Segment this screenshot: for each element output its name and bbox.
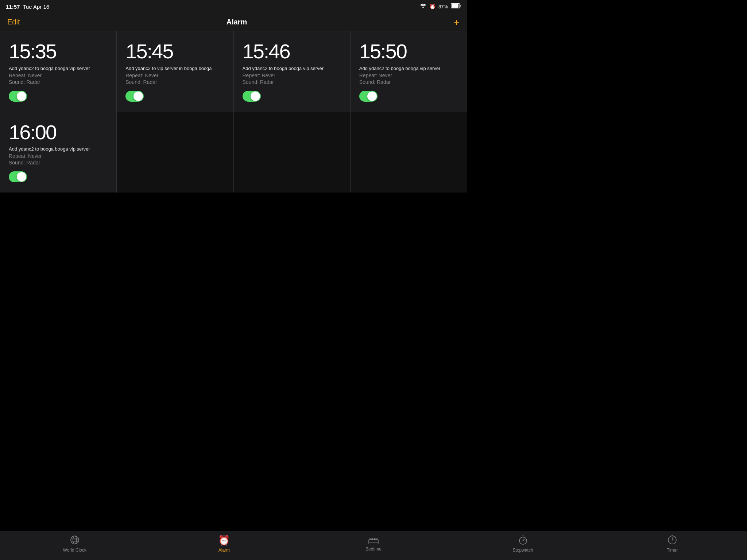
alarm-time-2: 15:45	[125, 40, 226, 63]
alarm-label-1: Add ydanc2 to booga booga vip server	[9, 66, 109, 71]
svg-rect-1	[452, 4, 458, 8]
alarm-label-3: Add ydanc2 to booga booga vip server	[243, 66, 343, 71]
alarm-label-4: Add ydanc2 to booga booga vip server	[359, 66, 460, 71]
alarm-cell-1[interactable]: 15:35 Add ydanc2 to booga booga vip serv…	[0, 31, 116, 112]
alarm-time-5: 16:00	[9, 121, 109, 144]
status-right: ⏰ 87%	[420, 3, 461, 10]
alarm-cell-5[interactable]: 16:00 Add ydanc2 to booga booga vip serv…	[0, 112, 116, 193]
alarm-label-2: Add ydanc2 to vip server in booga booga	[125, 66, 226, 71]
alarm-cell-4[interactable]: 15:50 Add ydanc2 to booga booga vip serv…	[351, 31, 467, 112]
empty-cell-2	[234, 112, 350, 193]
alarm-repeat-5: Repeat: Never	[9, 153, 109, 159]
alarm-row-1: 15:35 Add ydanc2 to booga booga vip serv…	[0, 31, 467, 112]
page-title: Alarm	[227, 18, 247, 26]
status-bar: 11:57 Tue Apr 16 ⏰ 87%	[0, 0, 467, 13]
alarm-sound-1: Sound: Radar	[9, 79, 109, 85]
wifi-icon	[420, 3, 426, 10]
alarm-repeat-3: Repeat: Never	[243, 73, 343, 78]
battery-icon	[451, 3, 461, 10]
battery-percent: 87%	[438, 4, 448, 9]
alarm-toggle-5[interactable]	[9, 171, 27, 182]
alarm-label-5: Add ydanc2 to booga booga vip server	[9, 146, 109, 152]
alarm-time-1: 15:35	[9, 40, 109, 63]
status-date: Tue Apr 16	[23, 4, 49, 10]
content-area: 15:35 Add ydanc2 to booga booga vip serv…	[0, 31, 467, 321]
alarm-repeat-4: Repeat: Never	[359, 73, 460, 78]
status-time: 11:57	[6, 4, 20, 10]
alarm-time-4: 15:50	[359, 40, 460, 63]
alarm-cell-2[interactable]: 15:45 Add ydanc2 to vip server in booga …	[117, 31, 233, 112]
alarm-repeat-2: Repeat: Never	[125, 73, 226, 78]
add-alarm-button[interactable]: +	[454, 17, 460, 27]
nav-bar: Edit Alarm +	[0, 13, 467, 31]
alarm-sound-5: Sound: Radar	[9, 160, 109, 166]
alarm-toggle-1[interactable]	[9, 91, 27, 102]
alarm-toggle-2[interactable]	[125, 91, 144, 102]
alarm-sound-3: Sound: Radar	[243, 79, 343, 85]
alarm-cell-3[interactable]: 15:46 Add ydanc2 to booga booga vip serv…	[234, 31, 350, 112]
alarm-status-icon: ⏰	[429, 4, 436, 9]
alarm-repeat-1: Repeat: Never	[9, 73, 109, 78]
alarm-time-3: 15:46	[243, 40, 343, 63]
alarm-toggle-4[interactable]	[359, 91, 378, 102]
edit-button[interactable]: Edit	[7, 18, 20, 26]
empty-cell-3	[351, 112, 467, 193]
alarm-row-2: 16:00 Add ydanc2 to booga booga vip serv…	[0, 112, 467, 193]
alarm-toggle-3[interactable]	[243, 91, 261, 102]
alarm-sound-2: Sound: Radar	[125, 79, 226, 85]
status-left: 11:57 Tue Apr 16	[6, 4, 49, 10]
alarm-sound-4: Sound: Radar	[359, 79, 460, 85]
empty-cell-1	[117, 112, 233, 193]
